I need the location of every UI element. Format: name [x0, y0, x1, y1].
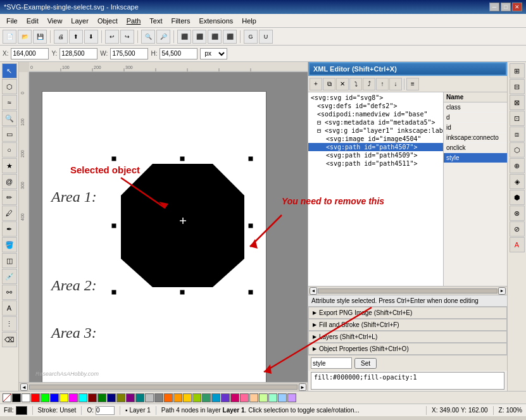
- calligraphy-tool[interactable]: ✒: [2, 221, 17, 237]
- xml-new-node-btn[interactable]: +: [310, 78, 322, 90]
- swatch-white[interactable]: [22, 393, 30, 402]
- rect-tool[interactable]: ▭: [2, 127, 17, 142]
- snap2-tool[interactable]: ⊟: [510, 79, 525, 94]
- menu-help[interactable]: Help: [238, 16, 260, 26]
- swatch-magenta[interactable]: [69, 393, 78, 402]
- eraser-tool[interactable]: ⌫: [2, 332, 17, 347]
- color-btn[interactable]: A: [510, 237, 525, 252]
- y-input[interactable]: [59, 48, 97, 59]
- tree-item[interactable]: <svg:image id="image4504": [308, 135, 443, 143]
- swatch-periwinkle[interactable]: [278, 393, 287, 402]
- snap5-tool[interactable]: ⧈: [510, 127, 525, 142]
- swatch-silver[interactable]: [145, 393, 154, 402]
- scroll-right-btn[interactable]: ►: [299, 383, 306, 391]
- menu-view[interactable]: View: [44, 16, 66, 26]
- distribute-btn[interactable]: ⬛: [223, 30, 237, 44]
- spiral-tool[interactable]: @: [2, 174, 17, 189]
- star-tool[interactable]: ★: [2, 158, 17, 173]
- snap4-tool[interactable]: ⊡: [510, 111, 525, 126]
- xml-attr-btn[interactable]: ≡: [406, 78, 419, 90]
- spray-tool[interactable]: ⋮: [2, 316, 17, 331]
- attr-style[interactable]: style: [444, 153, 507, 163]
- save-btn[interactable]: 💾: [33, 30, 47, 44]
- unit-select[interactable]: px mm cm in: [200, 48, 227, 59]
- tweak-tool[interactable]: ≈: [2, 95, 17, 110]
- tree-item-selected[interactable]: <svg:path id="path4507">: [308, 143, 443, 151]
- swatch-gray[interactable]: [154, 393, 163, 402]
- swatch-violet[interactable]: [221, 393, 230, 402]
- swatch-red[interactable]: [31, 393, 40, 402]
- menu-file[interactable]: File: [3, 16, 22, 26]
- pen-tool[interactable]: 🖊: [2, 206, 17, 221]
- align-left-btn[interactable]: ⬛: [177, 30, 191, 44]
- new-btn[interactable]: 📄: [3, 30, 16, 44]
- swatch-skyblue[interactable]: [211, 393, 220, 402]
- undo-btn[interactable]: ↩: [105, 30, 119, 44]
- zoom-tool[interactable]: 🔍: [2, 111, 17, 126]
- ellipse-tool[interactable]: ○: [2, 142, 17, 158]
- select-tool[interactable]: ↖: [2, 63, 17, 78]
- maximize-button[interactable]: □: [501, 3, 511, 11]
- w-input[interactable]: [110, 48, 148, 59]
- swatch-purple[interactable]: [126, 393, 135, 402]
- swatch-cyan[interactable]: [78, 393, 87, 402]
- menu-object[interactable]: Object: [94, 16, 122, 26]
- attr-class[interactable]: class: [444, 102, 507, 113]
- swatch-transparent[interactable]: [3, 393, 11, 402]
- swatch-mint[interactable]: [259, 393, 268, 402]
- close-button[interactable]: ✕: [512, 3, 522, 11]
- swatch-orange1[interactable]: [164, 393, 173, 402]
- print-btn[interactable]: 🖨: [54, 30, 68, 44]
- snap3-tool[interactable]: ⊠: [510, 95, 525, 110]
- swatch-crimson[interactable]: [230, 393, 239, 402]
- tree-item[interactable]: <svg:path id="path4511">: [308, 159, 443, 168]
- swatch-gold[interactable]: [183, 393, 192, 402]
- h-input[interactable]: [160, 48, 197, 59]
- swatch-lime[interactable]: [192, 393, 201, 402]
- xml-scroll-left[interactable]: ◄: [310, 287, 317, 295]
- align-right-btn[interactable]: ⬛: [208, 30, 222, 44]
- open-btn[interactable]: 📂: [18, 30, 32, 44]
- zoom-out-btn[interactable]: 🔎: [156, 30, 170, 44]
- tree-item[interactable]: ⊟ <svg:g id="layer1" inkscape:labe: [308, 127, 443, 135]
- snap9-tool[interactable]: ⬢: [510, 190, 525, 205]
- menu-path[interactable]: Path: [123, 16, 145, 26]
- xml-indent-btn[interactable]: ⤵: [349, 78, 362, 90]
- tree-item[interactable]: <sodipodi:namedview id="base": [308, 110, 443, 118]
- attr-inkscape[interactable]: inkscape:connecto: [444, 133, 507, 143]
- menu-filters[interactable]: Filters: [168, 16, 194, 26]
- eyedropper-tool[interactable]: 💉: [2, 269, 17, 284]
- x-input[interactable]: [11, 48, 49, 59]
- attr-id[interactable]: id: [444, 123, 507, 133]
- swatch-yellow[interactable]: [59, 393, 68, 402]
- align-center-btn[interactable]: ⬛: [192, 30, 206, 44]
- gradient-tool[interactable]: ◫: [2, 253, 17, 268]
- ungroup-btn[interactable]: U: [259, 30, 273, 44]
- opacity-input[interactable]: [96, 406, 115, 415]
- xml-down-btn[interactable]: ↓: [389, 78, 402, 90]
- attr-d[interactable]: d: [444, 113, 507, 123]
- tree-item[interactable]: ⊟ <svg:metadata id="metadata5">: [308, 118, 443, 127]
- snap7-tool[interactable]: ⊕: [510, 158, 525, 173]
- pencil-tool[interactable]: ✏: [2, 190, 17, 205]
- tree-item[interactable]: <svg:path id="path4509">: [308, 151, 443, 159]
- export-panel-header[interactable]: ▶ Export PNG Image (Shift+Ctrl+E): [308, 307, 507, 319]
- snap10-tool[interactable]: ⊗: [510, 206, 525, 221]
- swatch-olive[interactable]: [116, 393, 125, 402]
- swatch-darkblue[interactable]: [107, 393, 116, 402]
- menu-extensions[interactable]: Extensions: [195, 16, 237, 26]
- scroll-left-btn[interactable]: ◄: [20, 383, 28, 391]
- swatch-blue[interactable]: [50, 393, 59, 402]
- swatch-lavender[interactable]: [287, 393, 296, 402]
- swatch-peach[interactable]: [249, 393, 258, 402]
- group-btn[interactable]: G: [244, 30, 258, 44]
- swatch-darkgreen[interactable]: [97, 393, 106, 402]
- menu-edit[interactable]: Edit: [23, 16, 42, 26]
- xml-h-scroll[interactable]: ◄ ►: [308, 286, 507, 295]
- zoom-in-btn[interactable]: 🔍: [141, 30, 155, 44]
- import-btn[interactable]: ⬆: [69, 30, 83, 44]
- swatch-aqua[interactable]: [268, 393, 277, 402]
- fill-swatch[interactable]: [16, 406, 27, 415]
- swatch-green[interactable]: [41, 393, 49, 402]
- text-tool[interactable]: A: [2, 300, 17, 316]
